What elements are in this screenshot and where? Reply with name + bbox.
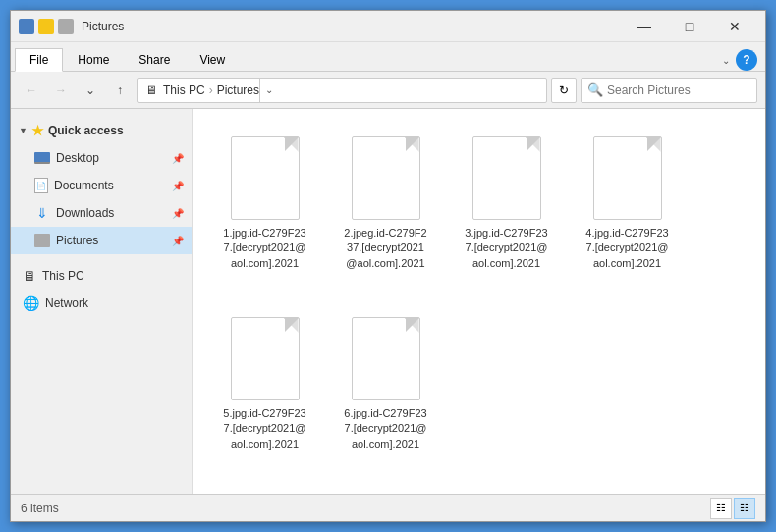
- file-paper-2: [352, 136, 420, 220]
- maximize-button[interactable]: □: [667, 11, 712, 42]
- path-dropdown-button[interactable]: ⌄: [259, 78, 277, 103]
- address-bar: ← → ⌄ ↑ 🖥 This PC › Pictures ⌄ ↻ 🔍: [11, 72, 765, 109]
- path-icon: 🖥: [145, 83, 157, 97]
- file-name-4: 4.jpg.id-C279F237.[decrypt2021@aol.com].…: [585, 226, 668, 271]
- sidebar-item-label-documents: Documents: [54, 179, 114, 192]
- sidebar: ▼ ★ Quick access Desktop 📌 📄 Documents 📌…: [11, 109, 193, 494]
- list-item[interactable]: 1.jpg.id-C279F237.[decrypt2021@aol.com].…: [208, 125, 321, 297]
- path-segment: 🖥 This PC › Pictures: [145, 83, 259, 97]
- file-icon-6: [347, 314, 425, 402]
- dropdown-nav-button[interactable]: ⌄: [78, 78, 103, 103]
- quick-access-star-icon: ★: [31, 123, 44, 138]
- ribbon-tabs: File Home Share View ⌄ ?: [11, 42, 765, 72]
- file-name-1: 1.jpg.id-C279F237.[decrypt2021@aol.com].…: [223, 226, 305, 271]
- ribbon-help-area: ⌄ ?: [722, 49, 761, 71]
- desktop-icon: [34, 152, 50, 164]
- file-icon-3: [468, 133, 546, 222]
- status-bar-right: ☷ ☷: [710, 498, 755, 519]
- view-grid-button[interactable]: ☷: [734, 498, 755, 519]
- tab-share[interactable]: Share: [124, 48, 185, 72]
- sidebar-item-label-thispc: This PC: [42, 269, 84, 283]
- title-bar: Pictures — □ ✕: [11, 11, 765, 42]
- sidebar-section-quick-access[interactable]: ▼ ★ Quick access: [11, 117, 192, 144]
- pin-icon-pictures: 📌: [172, 236, 184, 246]
- file-icon-2: [347, 133, 425, 222]
- file-grid: 1.jpg.id-C279F237.[decrypt2021@aol.com].…: [208, 125, 749, 478]
- sidebar-item-thispc[interactable]: 🖥 This PC: [11, 262, 192, 290]
- downloads-icon: ⇓: [34, 205, 50, 221]
- list-item[interactable]: 2.jpeg.id-C279F237.[decrypt2021@aol.com]…: [329, 125, 442, 297]
- file-paper-6: [352, 317, 420, 400]
- documents-icon: 📄: [34, 178, 48, 193]
- sidebar-item-documents[interactable]: 📄 Documents 📌: [11, 172, 192, 199]
- address-path[interactable]: 🖥 This PC › Pictures ⌄: [137, 78, 547, 103]
- file-area: 1.jpg.id-C279F237.[decrypt2021@aol.com].…: [193, 109, 765, 494]
- file-paper-1: [231, 136, 300, 220]
- quick-access-label: Quick access: [48, 124, 124, 137]
- tab-view[interactable]: View: [185, 48, 240, 72]
- file-paper-5: [231, 317, 300, 400]
- pictures-icon: [34, 234, 50, 247]
- window-icon-yellow: [38, 19, 54, 34]
- list-item[interactable]: 3.jpg.id-C279F237.[decrypt2021@aol.com].…: [450, 125, 563, 297]
- status-bar: 6 items ☷ ☷: [11, 494, 765, 521]
- list-item[interactable]: 4.jpg.id-C279F237.[decrypt2021@aol.com].…: [571, 125, 684, 297]
- chevron-down-icon[interactable]: ⌄: [722, 55, 730, 66]
- sidebar-item-label-desktop: Desktop: [56, 151, 99, 165]
- status-count: 6 items: [21, 502, 59, 515]
- path-separator: ›: [209, 83, 213, 97]
- window-icon-blue: [19, 19, 34, 34]
- window-title: Pictures: [82, 20, 622, 33]
- sidebar-item-desktop[interactable]: Desktop 📌: [11, 144, 192, 172]
- tab-file[interactable]: File: [15, 48, 63, 72]
- file-name-6: 6.jpg.id-C279F237.[decrypt2021@aol.com].…: [344, 406, 426, 452]
- window-icon-gray: [58, 19, 74, 34]
- help-button[interactable]: ?: [736, 49, 757, 71]
- sidebar-item-label-network: Network: [45, 296, 88, 310]
- search-input[interactable]: [607, 83, 750, 97]
- ribbon: File Home Share View ⌄ ?: [11, 42, 765, 72]
- refresh-button[interactable]: ↻: [551, 78, 577, 103]
- pin-icon-documents: 📌: [172, 181, 184, 191]
- sidebar-item-label-downloads: Downloads: [56, 206, 114, 220]
- tab-home[interactable]: Home: [63, 48, 124, 72]
- title-bar-icon: [19, 19, 74, 34]
- file-name-5: 5.jpg.id-C279F237.[decrypt2021@aol.com].…: [223, 406, 305, 452]
- list-item[interactable]: 6.jpg.id-C279F237.[decrypt2021@aol.com].…: [329, 305, 442, 478]
- sidebar-item-label-pictures: Pictures: [56, 234, 98, 247]
- quick-access-chevron: ▼: [19, 126, 28, 135]
- path-thispc: This PC: [163, 83, 205, 97]
- search-icon: 🔍: [587, 82, 603, 97]
- close-button[interactable]: ✕: [712, 11, 757, 42]
- minimize-button[interactable]: —: [622, 11, 667, 42]
- sidebar-item-network[interactable]: 🌐 Network: [11, 290, 192, 317]
- file-explorer-window: Pictures — □ ✕ File Home Share View ⌄ ? …: [10, 10, 766, 522]
- file-name-3: 3.jpg.id-C279F237.[decrypt2021@aol.com].…: [465, 226, 547, 271]
- title-bar-controls: — □ ✕: [622, 11, 757, 42]
- pin-icon-desktop: 📌: [172, 153, 184, 164]
- path-pictures: Pictures: [217, 83, 259, 97]
- up-button[interactable]: ↑: [107, 78, 133, 103]
- list-item[interactable]: 5.jpg.id-C279F237.[decrypt2021@aol.com].…: [208, 305, 321, 478]
- sidebar-item-downloads[interactable]: ⇓ Downloads 📌: [11, 199, 192, 227]
- file-paper-4: [593, 136, 662, 220]
- forward-button[interactable]: →: [48, 78, 74, 103]
- file-icon-1: [226, 133, 305, 222]
- network-icon: 🌐: [23, 295, 39, 311]
- file-icon-4: [588, 133, 667, 222]
- thispc-icon: 🖥: [23, 268, 36, 284]
- back-button[interactable]: ←: [19, 78, 44, 103]
- search-box[interactable]: 🔍: [581, 78, 757, 103]
- file-icon-5: [226, 314, 305, 402]
- main-content: ▼ ★ Quick access Desktop 📌 📄 Documents 📌…: [11, 109, 765, 494]
- pin-icon-downloads: 📌: [172, 208, 184, 219]
- file-paper-3: [472, 136, 541, 220]
- sidebar-item-pictures[interactable]: Pictures 📌: [11, 227, 192, 254]
- file-name-2: 2.jpeg.id-C279F237.[decrypt2021@aol.com]…: [344, 226, 426, 271]
- view-list-button[interactable]: ☷: [710, 498, 732, 519]
